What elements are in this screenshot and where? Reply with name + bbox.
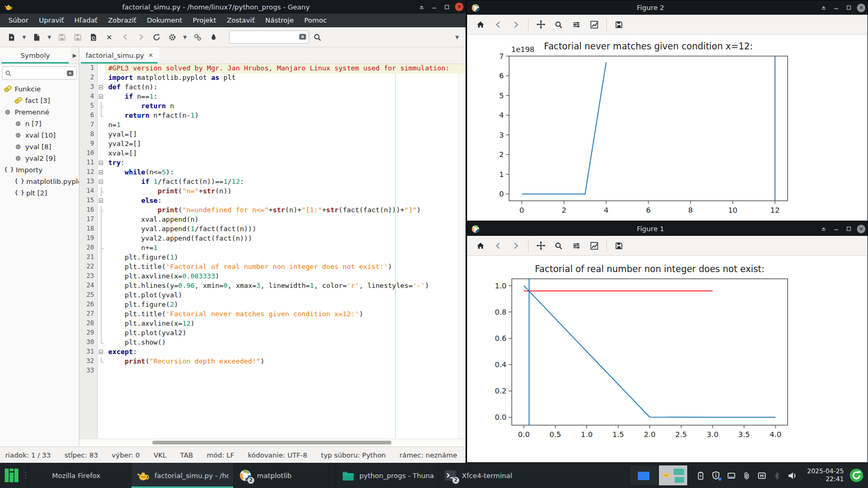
- figure1-canvas[interactable]: 0.00.51.01.52.02.53.03.54.00.00.20.40.60…: [467, 256, 867, 462]
- horizontal-scrollbar-thumb[interactable]: [152, 441, 391, 444]
- forward-button[interactable]: [508, 238, 524, 254]
- fold-marker[interactable]: [97, 348, 105, 357]
- search-button[interactable]: [310, 30, 325, 45]
- menu-item-súbor[interactable]: Súbor: [3, 14, 34, 27]
- zoom-button[interactable]: [551, 17, 566, 33]
- minimize-button[interactable]: [830, 222, 842, 236]
- menu-item-dokument[interactable]: Dokument: [141, 14, 187, 27]
- clock[interactable]: 2025-04-25 22:41: [803, 468, 848, 483]
- shade-button[interactable]: [415, 0, 428, 14]
- color-chooser-button[interactable]: [206, 30, 221, 45]
- shade-button[interactable]: [817, 222, 830, 236]
- update-manager-button[interactable]: [848, 468, 868, 483]
- reload-button[interactable]: [86, 30, 101, 45]
- menu-item-zostaviť[interactable]: Zostaviť: [222, 14, 260, 27]
- volume-icon[interactable]: [787, 471, 798, 481]
- shade-button[interactable]: [817, 1, 830, 15]
- back-button[interactable]: [490, 238, 506, 254]
- maximize-button[interactable]: [842, 1, 855, 15]
- subplots-button[interactable]: [569, 238, 584, 254]
- figure1-titlebar[interactable]: Figure 1 ×: [467, 222, 867, 236]
- figure2-titlebar[interactable]: Figure 2 ×: [467, 1, 867, 15]
- bluetooth-icon[interactable]: [773, 471, 781, 480]
- minimize-button[interactable]: [830, 1, 842, 15]
- menu-item-upraviť[interactable]: Upraviť: [34, 14, 69, 27]
- zoom-button[interactable]: [551, 238, 566, 254]
- tab-symbols[interactable]: Symboly: [0, 47, 70, 64]
- workspace-pager[interactable]: [629, 465, 688, 486]
- clipboard-manager-icon[interactable]: [742, 471, 751, 480]
- tab-close-icon[interactable]: ✕: [148, 52, 153, 59]
- tab-scroll-arrow-icon[interactable]: ▶: [70, 53, 79, 58]
- forward-button[interactable]: [508, 17, 524, 33]
- tree-item[interactable]: { }matplotlib.pyplot [2]: [0, 175, 79, 187]
- tree-item[interactable]: Premenné: [0, 106, 79, 118]
- tree-item[interactable]: xval [10]: [0, 129, 79, 141]
- close-button[interactable]: ×: [453, 0, 466, 14]
- taskbar-item-matplotlib[interactable]: 2 matplotlib: [233, 463, 336, 488]
- open-file-dropdown[interactable]: ▼: [45, 30, 54, 45]
- maximize-button[interactable]: [842, 222, 855, 236]
- taskbar-item-thunar[interactable]: python_progs - Thunar: [336, 463, 438, 488]
- minimize-button[interactable]: [428, 0, 440, 14]
- execute-button[interactable]: [190, 30, 205, 45]
- tree-item[interactable]: yval2 [9]: [0, 152, 79, 164]
- close-button[interactable]: ×: [855, 1, 867, 15]
- code-area[interactable]: 1#GPL3 version solved by Mgr. Jan Hrubos…: [79, 64, 466, 439]
- fold-marker[interactable]: [97, 83, 105, 92]
- save-figure-button[interactable]: [611, 238, 627, 254]
- tree-item[interactable]: Funkcie: [0, 83, 79, 95]
- build-button[interactable]: [165, 30, 180, 45]
- home-button[interactable]: [472, 17, 488, 33]
- build-dropdown[interactable]: ▼: [181, 30, 189, 45]
- symbol-filter-input[interactable]: [12, 69, 66, 77]
- save-all-button[interactable]: [70, 30, 85, 45]
- workspace-2[interactable]: [658, 465, 688, 486]
- pan-button[interactable]: [533, 238, 549, 254]
- open-file-button[interactable]: [29, 30, 44, 45]
- network-icon[interactable]: [727, 471, 736, 480]
- tree-item[interactable]: { }Importy: [0, 164, 79, 175]
- horizontal-scrollbar[interactable]: [79, 439, 466, 447]
- fold-marker[interactable]: [97, 92, 105, 102]
- tree-item[interactable]: n [7]: [0, 118, 79, 129]
- new-file-button[interactable]: [4, 30, 19, 45]
- new-file-dropdown[interactable]: ▼: [20, 30, 28, 45]
- removable-media-icon[interactable]: [757, 471, 767, 480]
- tree-item[interactable]: fact [3]: [0, 95, 79, 106]
- applications-menu-button[interactable]: [0, 463, 23, 488]
- close-button[interactable]: ×: [855, 222, 867, 236]
- menu-item-hľadať[interactable]: Hľadať: [69, 14, 103, 27]
- fold-marker[interactable]: [97, 196, 105, 206]
- nav-back-button[interactable]: [118, 30, 132, 45]
- geany-titlebar[interactable]: factorial_simu.py - /home/linux7/python_…: [0, 0, 466, 14]
- save-button[interactable]: [55, 30, 69, 45]
- menu-item-zobraziť[interactable]: Zobraziť: [102, 14, 141, 27]
- close-document-button[interactable]: [102, 30, 117, 45]
- workspace-1[interactable]: [629, 465, 658, 486]
- taskbar-item-geany[interactable]: factorial_simu.py - /hom...: [131, 463, 233, 488]
- battery-icon[interactable]: [696, 471, 705, 480]
- maximize-button[interactable]: [440, 0, 453, 14]
- axes-edit-button[interactable]: [586, 17, 602, 33]
- menu-item-pomoc[interactable]: Pomoc: [299, 14, 332, 27]
- figure2-canvas[interactable]: 024681012012345671e198Factorial never ma…: [467, 35, 867, 221]
- back-button[interactable]: [490, 17, 506, 33]
- toolbar-overflow-dropdown[interactable]: ▼: [453, 30, 461, 45]
- axes-edit-button[interactable]: [586, 238, 602, 254]
- menu-item-nástroje[interactable]: Nástroje: [260, 14, 299, 27]
- clear-search-icon[interactable]: [298, 33, 307, 41]
- fold-marker[interactable]: [97, 178, 105, 187]
- fold-marker[interactable]: [97, 159, 105, 168]
- firewall-shield-icon[interactable]: [711, 471, 720, 480]
- fold-marker[interactable]: [97, 168, 105, 178]
- home-button[interactable]: [472, 238, 488, 254]
- filter-clear-icon[interactable]: [66, 69, 74, 77]
- compile-button[interactable]: [149, 30, 164, 45]
- search-input[interactable]: [229, 30, 309, 44]
- subplots-button[interactable]: [569, 17, 584, 33]
- taskbar-item-firefox[interactable]: Mozilla Firefox: [28, 463, 131, 488]
- menu-item-projekt[interactable]: Projekt: [188, 14, 222, 27]
- taskbar-item-terminal[interactable]: 2 Xfce4-terminal: [438, 463, 541, 488]
- tree-item[interactable]: yval [8]: [0, 141, 79, 152]
